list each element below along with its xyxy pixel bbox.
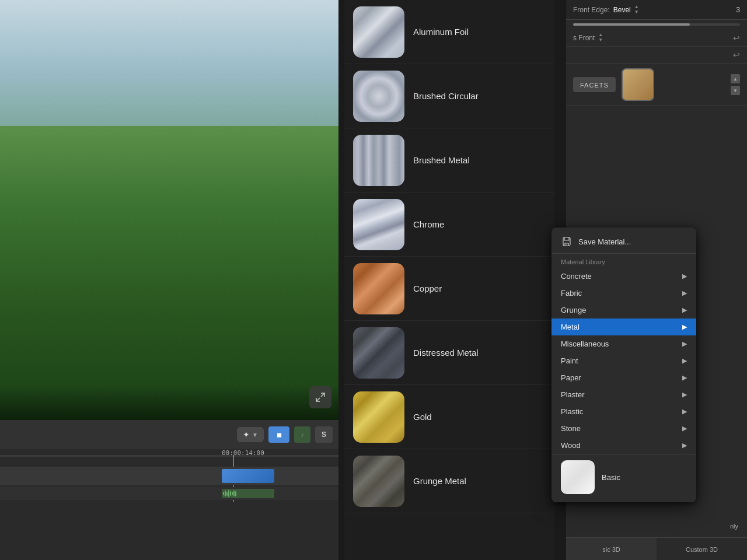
material-thumb-gold	[353, 391, 404, 443]
material-item-brushed-metal[interactable]: Brushed Metal	[344, 128, 554, 192]
basic-material-thumb	[561, 460, 595, 494]
context-menu-item-metal[interactable]: Metal ▶	[551, 318, 696, 335]
context-menu-item-grunge[interactable]: Grunge ▶	[551, 302, 696, 318]
material-name-chrome: Chrome	[413, 219, 444, 229]
context-menu-item-label: Plaster	[561, 390, 584, 399]
context-menu-item-label: Plastic	[561, 407, 583, 416]
basic-3d-button[interactable]: sic 3D	[566, 538, 657, 560]
material-thumb-brushed-circular	[353, 71, 404, 122]
material-thumb-distressed-metal	[353, 327, 404, 379]
material-item-distressed-metal[interactable]: Distressed Metal	[344, 321, 554, 385]
basic-material-name: Basic	[602, 473, 620, 482]
bottom-buttons: sic 3D Custom 3D	[566, 537, 747, 560]
context-menu-item-fabric[interactable]: Fabric ▶	[551, 285, 696, 302]
material-item-chrome[interactable]: Chrome	[344, 192, 554, 257]
material-item-brushed-circular[interactable]: Brushed Circular	[344, 64, 554, 128]
material-item-aluminum-foil[interactable]: Aluminum Foil	[344, 0, 554, 64]
context-menu-item-label: Miscellaneous	[561, 340, 609, 348]
context-menu-item-concrete[interactable]: Concrete ▶	[551, 268, 696, 285]
expand-button[interactable]	[309, 386, 331, 408]
slider-track[interactable]	[573, 23, 740, 26]
material-name-gold: Gold	[413, 412, 432, 422]
number-badge: 3	[736, 6, 740, 14]
material-library-header: Material Library	[551, 254, 696, 268]
submenu-arrow: ▶	[682, 425, 687, 432]
material-name-aluminum-foil: Aluminum Foil	[413, 27, 469, 37]
magic-wand-button[interactable]: ✦ ▼	[237, 427, 264, 442]
context-menu-item-plastic[interactable]: Plastic ▶	[551, 403, 696, 420]
context-menu-item-label: Stone	[561, 424, 581, 433]
submenu-arrow: ▶	[682, 357, 687, 365]
front-edge-value: Bevel	[613, 6, 631, 14]
submenu-arrow: ▶	[682, 374, 687, 382]
material-thumb-grunge-metal	[353, 456, 404, 507]
submenu-arrow: ▶	[682, 289, 687, 297]
custom-3d-label: Custom 3D	[686, 546, 718, 553]
context-menu-item-label: Fabric	[561, 289, 582, 298]
video-clip[interactable]	[222, 469, 274, 483]
scroll-up[interactable]: ▲	[731, 74, 740, 83]
material-thumb-copper	[353, 263, 404, 314]
video-trees	[0, 126, 338, 420]
audio-track	[0, 487, 338, 500]
submenu-arrow: ▶	[682, 442, 687, 449]
context-menu-item-paper[interactable]: Paper ▶	[551, 369, 696, 386]
slider-section	[566, 20, 747, 29]
video-preview	[0, 0, 338, 420]
material-item-copper[interactable]: Copper	[344, 257, 554, 321]
clip-button[interactable]: ◼	[268, 426, 289, 443]
material-name-brushed-circular: Brushed Circular	[413, 91, 479, 101]
facets-button[interactable]: FACETS	[573, 77, 616, 92]
submenu-arrow: ▶	[682, 306, 687, 314]
scroll-down[interactable]: ▼	[731, 86, 740, 95]
material-preview-thumb[interactable]	[622, 68, 654, 101]
material-thumb-aluminum-foil	[353, 6, 404, 58]
submenu-arrow: ▶	[682, 340, 687, 348]
context-menu-item-wood[interactable]: Wood ▶	[551, 437, 696, 454]
context-menu-item-miscellaneous[interactable]: Miscellaneous ▶	[551, 335, 696, 352]
submenu-arrow: ▶	[682, 323, 687, 331]
faces-front-stepper[interactable]: ▲ ▼	[598, 33, 603, 43]
audio-button[interactable]: ♪	[294, 426, 310, 443]
save-material-item[interactable]: Save Material...	[551, 230, 696, 254]
context-menu-item-stone[interactable]: Stone ▶	[551, 420, 696, 437]
custom-3d-button[interactable]: Custom 3D	[657, 538, 747, 560]
material-thumb-brushed-metal	[353, 135, 404, 186]
material-item-gold[interactable]: Gold	[344, 385, 554, 449]
context-menu: Save Material... Material Library Concre…	[551, 228, 696, 502]
context-menu-items-list: Concrete ▶ Fabric ▶ Grunge ▶ Metal ▶ Mis…	[551, 268, 696, 454]
material-name-distressed-metal: Distressed Metal	[413, 348, 479, 358]
undo-button-2[interactable]: ↩	[733, 50, 740, 60]
facets-row: FACETS ▲ ▼	[566, 64, 747, 106]
context-menu-item-label: Grunge	[561, 306, 586, 314]
material-thumb-chrome	[353, 199, 404, 250]
timeline-ruler	[0, 455, 338, 457]
save-material-label: Save Material...	[578, 237, 631, 246]
undo-button-1[interactable]: ↩	[733, 33, 740, 43]
audio-clip[interactable]	[222, 489, 274, 498]
faces-front-row: s Front ▲ ▼ ↩	[566, 29, 747, 47]
context-menu-item-paint[interactable]: Paint ▶	[551, 352, 696, 369]
submenu-arrow: ▶	[682, 391, 687, 398]
context-menu-item-label: Wood	[561, 441, 581, 450]
timeline-area: ✦ ▼ ◼ ♪ S 00:00:14:00	[0, 420, 338, 560]
svg-line-0	[321, 393, 324, 397]
panel-row-2: ↩	[566, 47, 747, 64]
save-material-icon	[561, 236, 573, 247]
context-menu-item-label: Metal	[561, 323, 580, 331]
front-edge-row: Front Edge: Bevel ▲ ▼ 3	[566, 0, 747, 20]
right-panel-scroll[interactable]: ▲ ▼	[731, 74, 740, 95]
context-menu-bottom: Basic	[551, 454, 696, 500]
context-menu-item-plaster[interactable]: Plaster ▶	[551, 386, 696, 403]
material-name-grunge-metal: Grunge Metal	[413, 476, 466, 486]
material-name-brushed-metal: Brushed Metal	[413, 155, 470, 165]
svg-line-1	[316, 398, 320, 401]
video-overlay	[0, 385, 338, 420]
material-item-grunge-metal[interactable]: Grunge Metal	[344, 449, 554, 513]
front-edge-label: Front Edge:	[573, 6, 610, 14]
video-track	[0, 467, 338, 485]
s-button[interactable]: S	[315, 426, 333, 443]
only-label: nly	[730, 520, 738, 531]
front-edge-stepper[interactable]: ▲ ▼	[634, 5, 639, 15]
facets-label: FACETS	[580, 82, 609, 89]
